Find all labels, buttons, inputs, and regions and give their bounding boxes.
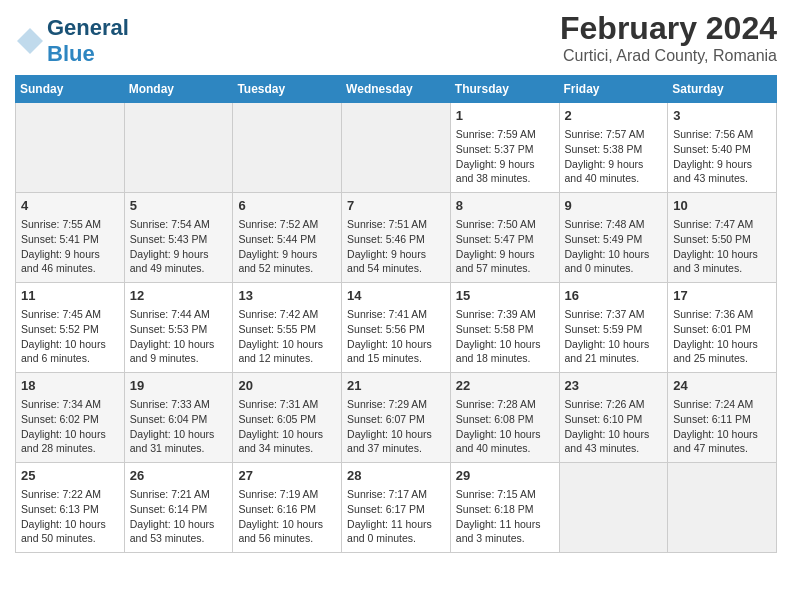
cell-content: Daylight: 10 hours [21, 517, 119, 532]
cell-content: Daylight: 10 hours [130, 337, 228, 352]
cell-content: Sunset: 5:40 PM [673, 142, 771, 157]
cell-content: Sunrise: 7:56 AM [673, 127, 771, 142]
cell-content: Daylight: 10 hours [456, 337, 554, 352]
cell-content: Sunrise: 7:29 AM [347, 397, 445, 412]
calendar-cell: 13Sunrise: 7:42 AMSunset: 5:55 PMDayligh… [233, 283, 342, 373]
cell-content: Sunset: 5:53 PM [130, 322, 228, 337]
cell-content: Daylight: 10 hours [456, 427, 554, 442]
cell-content: Sunrise: 7:55 AM [21, 217, 119, 232]
calendar-cell: 1Sunrise: 7:59 AMSunset: 5:37 PMDaylight… [450, 103, 559, 193]
day-number: 15 [456, 287, 554, 305]
week-row-2: 4Sunrise: 7:55 AMSunset: 5:41 PMDaylight… [16, 193, 777, 283]
cell-content: Sunrise: 7:57 AM [565, 127, 663, 142]
cell-content: and 6 minutes. [21, 351, 119, 366]
cell-content: and 18 minutes. [456, 351, 554, 366]
cell-content: and 37 minutes. [347, 441, 445, 456]
day-number: 24 [673, 377, 771, 395]
logo-general-text: General [47, 15, 129, 40]
cell-content: Sunrise: 7:39 AM [456, 307, 554, 322]
col-header-wednesday: Wednesday [342, 76, 451, 103]
logo-blue-text: Blue [47, 41, 95, 66]
cell-content: Daylight: 10 hours [130, 517, 228, 532]
calendar-cell: 5Sunrise: 7:54 AMSunset: 5:43 PMDaylight… [124, 193, 233, 283]
cell-content: Daylight: 10 hours [130, 427, 228, 442]
cell-content: Daylight: 10 hours [565, 427, 663, 442]
cell-content: Sunset: 5:50 PM [673, 232, 771, 247]
calendar-cell [233, 103, 342, 193]
cell-content: Daylight: 9 hours [347, 247, 445, 262]
cell-content: Daylight: 10 hours [347, 427, 445, 442]
cell-content: Sunset: 5:43 PM [130, 232, 228, 247]
cell-content: and 50 minutes. [21, 531, 119, 546]
calendar-cell: 10Sunrise: 7:47 AMSunset: 5:50 PMDayligh… [668, 193, 777, 283]
cell-content: and 9 minutes. [130, 351, 228, 366]
cell-content: Sunrise: 7:24 AM [673, 397, 771, 412]
calendar-cell: 22Sunrise: 7:28 AMSunset: 6:08 PMDayligh… [450, 373, 559, 463]
main-title: February 2024 [560, 10, 777, 47]
cell-content: Sunset: 6:04 PM [130, 412, 228, 427]
calendar-cell: 14Sunrise: 7:41 AMSunset: 5:56 PMDayligh… [342, 283, 451, 373]
cell-content: and 56 minutes. [238, 531, 336, 546]
day-number: 13 [238, 287, 336, 305]
cell-content: Sunrise: 7:54 AM [130, 217, 228, 232]
cell-content: and 38 minutes. [456, 171, 554, 186]
cell-content: Daylight: 10 hours [565, 247, 663, 262]
day-number: 25 [21, 467, 119, 485]
cell-content: Sunrise: 7:50 AM [456, 217, 554, 232]
cell-content: Sunset: 5:44 PM [238, 232, 336, 247]
day-number: 17 [673, 287, 771, 305]
day-number: 22 [456, 377, 554, 395]
day-number: 6 [238, 197, 336, 215]
cell-content: Daylight: 10 hours [673, 427, 771, 442]
cell-content: Daylight: 10 hours [238, 517, 336, 532]
cell-content: Daylight: 10 hours [21, 427, 119, 442]
col-header-thursday: Thursday [450, 76, 559, 103]
cell-content: Daylight: 9 hours [456, 247, 554, 262]
day-number: 27 [238, 467, 336, 485]
logo-icon [15, 26, 45, 56]
cell-content: Sunset: 6:01 PM [673, 322, 771, 337]
day-number: 1 [456, 107, 554, 125]
calendar-cell [668, 463, 777, 553]
col-header-tuesday: Tuesday [233, 76, 342, 103]
day-number: 16 [565, 287, 663, 305]
cell-content: Sunrise: 7:26 AM [565, 397, 663, 412]
calendar-cell: 16Sunrise: 7:37 AMSunset: 5:59 PMDayligh… [559, 283, 668, 373]
calendar-cell: 25Sunrise: 7:22 AMSunset: 6:13 PMDayligh… [16, 463, 125, 553]
cell-content: Sunrise: 7:37 AM [565, 307, 663, 322]
title-area: February 2024 Curtici, Arad County, Roma… [560, 10, 777, 65]
calendar-cell: 3Sunrise: 7:56 AMSunset: 5:40 PMDaylight… [668, 103, 777, 193]
calendar-table: SundayMondayTuesdayWednesdayThursdayFrid… [15, 75, 777, 553]
cell-content: Daylight: 9 hours [21, 247, 119, 262]
cell-content: Daylight: 11 hours [456, 517, 554, 532]
day-number: 19 [130, 377, 228, 395]
day-number: 2 [565, 107, 663, 125]
cell-content: and 47 minutes. [673, 441, 771, 456]
calendar-cell: 24Sunrise: 7:24 AMSunset: 6:11 PMDayligh… [668, 373, 777, 463]
col-header-saturday: Saturday [668, 76, 777, 103]
cell-content: and 43 minutes. [673, 171, 771, 186]
cell-content: Sunrise: 7:31 AM [238, 397, 336, 412]
calendar-cell: 4Sunrise: 7:55 AMSunset: 5:41 PMDaylight… [16, 193, 125, 283]
day-number: 4 [21, 197, 119, 215]
col-header-sunday: Sunday [16, 76, 125, 103]
cell-content: Sunrise: 7:15 AM [456, 487, 554, 502]
cell-content: and 25 minutes. [673, 351, 771, 366]
calendar-cell [342, 103, 451, 193]
subtitle: Curtici, Arad County, Romania [560, 47, 777, 65]
cell-content: Sunset: 6:17 PM [347, 502, 445, 517]
cell-content: Sunset: 5:58 PM [456, 322, 554, 337]
cell-content: Daylight: 10 hours [347, 337, 445, 352]
cell-content: Daylight: 9 hours [130, 247, 228, 262]
cell-content: and 3 minutes. [456, 531, 554, 546]
day-number: 7 [347, 197, 445, 215]
cell-content: Sunrise: 7:41 AM [347, 307, 445, 322]
cell-content: Sunrise: 7:59 AM [456, 127, 554, 142]
calendar-cell: 15Sunrise: 7:39 AMSunset: 5:58 PMDayligh… [450, 283, 559, 373]
cell-content: Sunset: 5:55 PM [238, 322, 336, 337]
cell-content: Sunset: 5:46 PM [347, 232, 445, 247]
cell-content: Daylight: 10 hours [238, 337, 336, 352]
calendar-cell [16, 103, 125, 193]
cell-content: Sunrise: 7:28 AM [456, 397, 554, 412]
calendar-cell: 21Sunrise: 7:29 AMSunset: 6:07 PMDayligh… [342, 373, 451, 463]
